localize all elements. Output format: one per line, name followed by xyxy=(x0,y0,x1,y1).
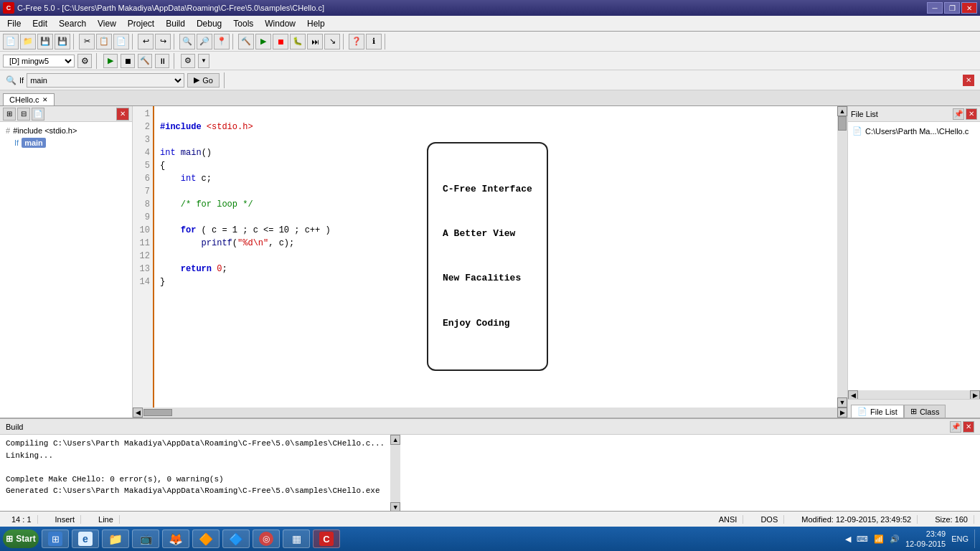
close-button[interactable]: ✕ xyxy=(961,2,977,14)
popup-line1: C-Free Interface xyxy=(443,182,532,197)
file-tree-item[interactable]: 📄 C:\Users\Parth Ma...\CHello.c xyxy=(851,125,977,137)
open-file-button[interactable]: 📁 xyxy=(20,34,36,50)
taskbar-app9[interactable]: ▦ xyxy=(283,529,310,548)
include-icon: # xyxy=(6,126,10,135)
save-all-button[interactable]: 💾 xyxy=(55,34,70,50)
build-line5: Generated C:\Users\Parth Makadiya\AppDat… xyxy=(6,485,385,497)
find-close-button[interactable]: ✕ xyxy=(963,75,974,86)
taskbar-firefox[interactable]: 🦊 xyxy=(162,529,189,548)
start-label: Start xyxy=(16,534,35,544)
menu-help[interactable]: Help xyxy=(301,17,331,30)
taskbar-media[interactable]: 📺 xyxy=(132,529,159,548)
scroll-thumb[interactable] xyxy=(838,116,847,131)
taskbar-folder[interactable]: 📁 xyxy=(102,529,129,548)
menu-debug[interactable]: Debug xyxy=(191,17,227,30)
goto-button[interactable]: 📍 xyxy=(214,34,230,50)
menu-build[interactable]: Build xyxy=(160,17,191,30)
settings-button[interactable]: ⚙ xyxy=(181,54,195,68)
code-content[interactable]: #include <stdio.h> int main() { int c; /… xyxy=(154,106,837,408)
build-scroll-down[interactable]: ▼ xyxy=(390,502,400,511)
file-tree: 📄 C:\Users\Parth Ma...\CHello.c xyxy=(848,122,980,140)
minimize-button[interactable]: ─ xyxy=(927,2,943,14)
stop-play-button[interactable]: ⏹ xyxy=(121,54,135,68)
scroll-up-arrow[interactable]: ▲ xyxy=(837,106,847,116)
taskbar-cfree[interactable]: C xyxy=(313,529,340,548)
save-button[interactable]: 💾 xyxy=(37,34,53,50)
taskbar-app8[interactable]: ◎ xyxy=(253,529,280,548)
start-button[interactable]: ⊞ Start xyxy=(3,529,39,548)
menu-view[interactable]: View xyxy=(92,17,122,30)
run-play-button[interactable]: ▶ xyxy=(103,54,118,68)
menu-edit[interactable]: Edit xyxy=(27,17,53,30)
lp-btn3[interactable]: 📄 xyxy=(32,108,44,121)
scroll-down-arrow[interactable]: ▼ xyxy=(837,397,847,408)
tree-item-main[interactable]: If main xyxy=(3,136,129,149)
build-line2: Linking... xyxy=(6,450,385,462)
compiler-select[interactable]: [D] mingw5 xyxy=(3,55,75,67)
file-tab-chello[interactable]: CHello.c ✕ xyxy=(3,93,55,105)
app9-icon: ▦ xyxy=(289,532,303,546)
tray-arrow[interactable]: ◀ xyxy=(845,534,851,544)
about-button[interactable]: ℹ xyxy=(366,34,382,50)
menu-tools[interactable]: Tools xyxy=(227,17,259,30)
taskbar-explorer[interactable]: ⊞ xyxy=(42,529,69,548)
separator2 xyxy=(132,34,135,50)
scroll-left-arrow[interactable]: ◀ xyxy=(133,408,143,418)
bottom-scrollbar[interactable]: ◀ ▶ xyxy=(133,408,847,418)
lp-close-button[interactable]: ✕ xyxy=(116,108,129,121)
taskbar-app7[interactable]: 🔷 xyxy=(222,529,250,548)
taskbar-ie[interactable]: e xyxy=(72,529,99,548)
file-list-tab[interactable]: 📄 File List xyxy=(851,405,904,418)
build-line4: Complete Make CHello: 0 error(s), 0 warn… xyxy=(6,474,385,486)
lp-btn1[interactable]: ⊞ xyxy=(3,108,16,121)
step-into-button[interactable]: ↘ xyxy=(324,34,340,50)
go-button[interactable]: ▶ Go xyxy=(187,73,220,88)
menu-project[interactable]: Project xyxy=(122,17,160,30)
show-desktop-button[interactable] xyxy=(974,529,977,548)
undo-button[interactable]: ↩ xyxy=(138,34,154,50)
go-icon: ▶ xyxy=(194,75,199,85)
compiler-config-button[interactable]: ⚙ xyxy=(77,54,92,68)
function-goto-select[interactable]: main xyxy=(27,73,184,88)
restore-button[interactable]: ❐ xyxy=(944,2,960,14)
line-num-4: 4 xyxy=(133,146,150,159)
class-tab[interactable]: ⊞ Class xyxy=(904,405,946,418)
editor-tab-bar: CHello.c ✕ xyxy=(0,90,980,106)
menu-window[interactable]: Window xyxy=(259,17,301,30)
go-label: Go xyxy=(202,76,213,85)
copy-button[interactable]: 📋 xyxy=(96,34,112,50)
taskbar-vlc[interactable]: 🔶 xyxy=(192,529,220,548)
build-button[interactable]: 🔨 xyxy=(238,34,254,50)
vertical-scrollbar[interactable]: ▲ ▼ xyxy=(837,106,847,408)
pause-button[interactable]: ⏸ xyxy=(155,54,169,68)
code-editor[interactable]: 1 2 3 4 5 6 7 8 9 10 11 12 13 xyxy=(133,106,837,408)
redo-button[interactable]: ↪ xyxy=(155,34,171,50)
file-tab-close-icon[interactable]: ✕ xyxy=(42,96,48,103)
replace-button[interactable]: 🔎 xyxy=(197,34,212,50)
build-scroll-up[interactable]: ▲ xyxy=(390,435,400,445)
build-close-button[interactable]: ✕ xyxy=(963,421,974,433)
menu-file[interactable]: File xyxy=(1,17,27,30)
help-button[interactable]: ❓ xyxy=(349,34,364,50)
hscroll-thumb[interactable] xyxy=(143,409,172,416)
scroll-right-arrow[interactable]: ▶ xyxy=(837,408,847,418)
dropdown-btn[interactable]: ▼ xyxy=(198,54,209,68)
step-over-button[interactable]: ⏭ xyxy=(307,34,323,50)
rp-close-button[interactable]: ✕ xyxy=(966,108,977,120)
rp-pin-button[interactable]: 📌 xyxy=(953,108,964,120)
search-button[interactable]: 🔍 xyxy=(179,34,195,50)
tree-item-include[interactable]: # #include <stdio.h> xyxy=(3,125,129,136)
cut-button[interactable]: ✂ xyxy=(79,34,95,50)
new-file-button[interactable]: 📄 xyxy=(3,34,19,50)
debug-button[interactable]: 🐛 xyxy=(290,34,306,50)
menu-search[interactable]: Search xyxy=(53,17,92,30)
stop-button[interactable]: ⏹ xyxy=(273,34,288,50)
main-toolbar: 📄 📁 💾 💾 ✂ 📋 📄 ↩ ↪ 🔍 🔎 📍 🔨 ▶ ⏹ 🐛 ⏭ ↘ ❓ ℹ xyxy=(0,32,980,52)
build-scrollbar[interactable]: ▲ ▼ xyxy=(390,435,400,511)
run-button[interactable]: ▶ xyxy=(255,34,271,50)
build-run-button[interactable]: 🔨 xyxy=(138,54,152,68)
lp-btn2[interactable]: ⊟ xyxy=(17,108,30,121)
paste-button[interactable]: 📄 xyxy=(113,34,129,50)
right-panel-hscrollbar[interactable]: ◀ ▶ xyxy=(848,390,980,399)
build-pin-button[interactable]: 📌 xyxy=(950,421,961,433)
